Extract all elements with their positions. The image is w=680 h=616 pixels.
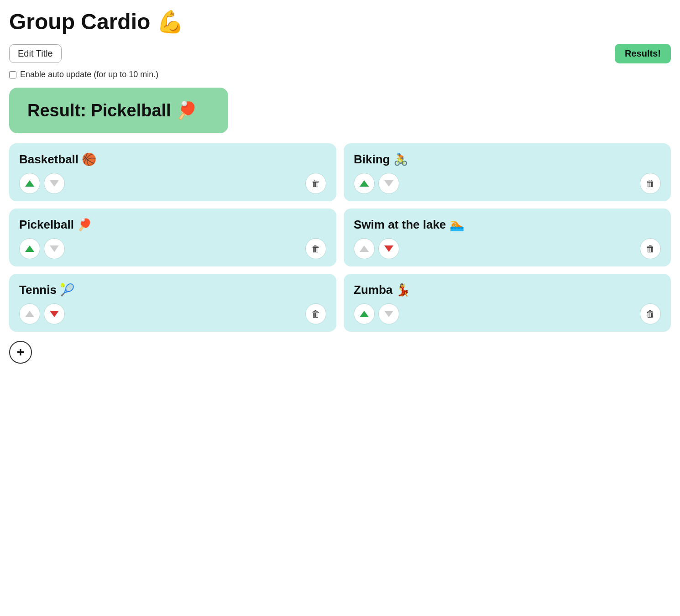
item-card-basketball: Basketball 🏀🗑 <box>9 143 336 201</box>
item-actions-biking: 🗑 <box>354 173 661 194</box>
edit-title-button[interactable]: Edit Title <box>9 44 62 63</box>
down-button-zumba[interactable] <box>378 303 399 324</box>
item-label-biking: Biking 🚴 <box>354 152 661 167</box>
down-button-pickelball[interactable] <box>44 238 65 259</box>
item-card-pickelball: Pickelball 🏓🗑 <box>9 209 336 266</box>
delete-button-swim-at-the-lake[interactable]: 🗑 <box>640 238 661 259</box>
item-label-swim-at-the-lake: Swim at the lake 🏊 <box>354 218 661 232</box>
down-button-swim-at-the-lake[interactable] <box>378 238 399 259</box>
up-button-tennis[interactable] <box>19 303 40 324</box>
up-button-pickelball[interactable] <box>19 238 40 259</box>
results-button[interactable]: Results! <box>615 44 671 63</box>
auto-update-row: Enable auto update (for up to 10 min.) <box>9 70 671 79</box>
delete-button-pickelball[interactable]: 🗑 <box>305 238 326 259</box>
item-card-swim-at-the-lake: Swim at the lake 🏊🗑 <box>344 209 671 266</box>
page-title: Group Cardio 💪 <box>9 9 671 35</box>
down-button-biking[interactable] <box>378 173 399 194</box>
item-actions-basketball: 🗑 <box>19 173 326 194</box>
delete-button-biking[interactable]: 🗑 <box>640 173 661 194</box>
up-button-biking[interactable] <box>354 173 375 194</box>
items-grid: Basketball 🏀🗑Biking 🚴🗑Pickelball 🏓🗑Swim … <box>9 143 671 332</box>
item-card-biking: Biking 🚴🗑 <box>344 143 671 201</box>
item-actions-tennis: 🗑 <box>19 303 326 324</box>
item-label-pickelball: Pickelball 🏓 <box>19 218 326 232</box>
item-actions-pickelball: 🗑 <box>19 238 326 259</box>
item-card-tennis: Tennis 🎾🗑 <box>9 274 336 332</box>
down-button-basketball[interactable] <box>44 173 65 194</box>
auto-update-checkbox[interactable] <box>9 71 16 78</box>
item-label-tennis: Tennis 🎾 <box>19 283 326 297</box>
up-button-basketball[interactable] <box>19 173 40 194</box>
item-label-zumba: Zumba 💃 <box>354 283 661 297</box>
auto-update-label: Enable auto update (for up to 10 min.) <box>20 70 158 79</box>
delete-button-zumba[interactable]: 🗑 <box>640 303 661 324</box>
item-actions-zumba: 🗑 <box>354 303 661 324</box>
item-card-zumba: Zumba 💃🗑 <box>344 274 671 332</box>
result-banner: Result: Pickelball 🏓 <box>9 88 228 133</box>
delete-button-basketball[interactable]: 🗑 <box>305 173 326 194</box>
up-button-zumba[interactable] <box>354 303 375 324</box>
toolbar: Edit Title Results! <box>9 44 671 63</box>
add-item-button[interactable]: + <box>9 341 32 364</box>
delete-button-tennis[interactable]: 🗑 <box>305 303 326 324</box>
item-actions-swim-at-the-lake: 🗑 <box>354 238 661 259</box>
up-button-swim-at-the-lake[interactable] <box>354 238 375 259</box>
down-button-tennis[interactable] <box>44 303 65 324</box>
item-label-basketball: Basketball 🏀 <box>19 152 326 167</box>
